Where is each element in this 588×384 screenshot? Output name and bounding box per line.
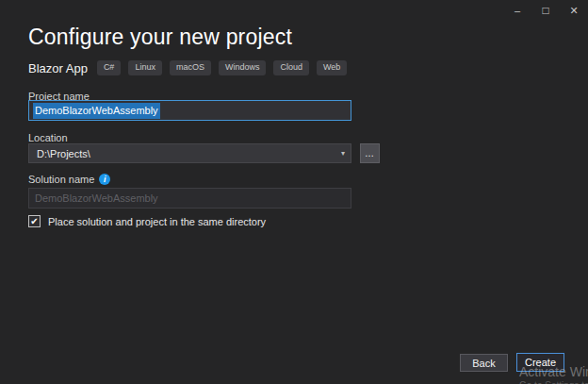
template-name: Blazor App [28,61,88,75]
location-label: Location [28,132,68,143]
window-controls: – □ ✕ [503,0,588,21]
checkmark-icon: ✔ [30,217,38,226]
back-button[interactable]: Back [460,354,508,372]
activate-windows-watermark: Activate Windows Go to Settings to activ… [519,364,588,384]
solution-name-label: Solution name [28,174,94,185]
project-name-value: DemoBlazorWebAssembly [33,103,160,119]
solution-name-input: DemoBlazorWebAssembly [28,188,351,209]
maximize-icon[interactable]: □ [531,0,560,21]
project-name-input[interactable]: DemoBlazorWebAssembly [28,100,351,121]
page-title: Configure your new project [28,25,292,50]
browse-location-button[interactable]: … [360,143,380,163]
tag-csharp: C# [97,60,122,75]
solution-name-value: DemoBlazorWebAssembly [35,192,158,204]
location-value: D:\Projects\ [37,148,90,159]
location-combobox[interactable]: D:\Projects\ ▾ [28,143,351,163]
info-icon[interactable]: i [99,174,110,185]
solution-name-label-row: Solution name i [28,174,110,185]
configure-project-dialog: – □ ✕ Configure your new project Blazor … [0,0,588,384]
tag-macos: macOS [170,60,211,75]
watermark-line1: Activate Windows [519,364,588,379]
tag-cloud: Cloud [273,60,309,75]
same-directory-label: Place solution and project in the same d… [48,216,266,227]
tag-linux: Linux [128,60,162,75]
chevron-down-icon: ▾ [341,149,345,158]
tag-web: Web [317,60,347,75]
minimize-icon[interactable]: – [503,0,531,21]
same-directory-checkbox[interactable]: ✔ [28,215,41,227]
tag-windows: Windows [219,60,267,75]
watermark-line2: Go to Settings to activate Windows. [519,380,588,384]
template-info-row: Blazor App C# Linux macOS Windows Cloud … [28,60,347,75]
same-directory-row: ✔ Place solution and project in the same… [28,215,266,227]
close-icon[interactable]: ✕ [560,0,588,21]
